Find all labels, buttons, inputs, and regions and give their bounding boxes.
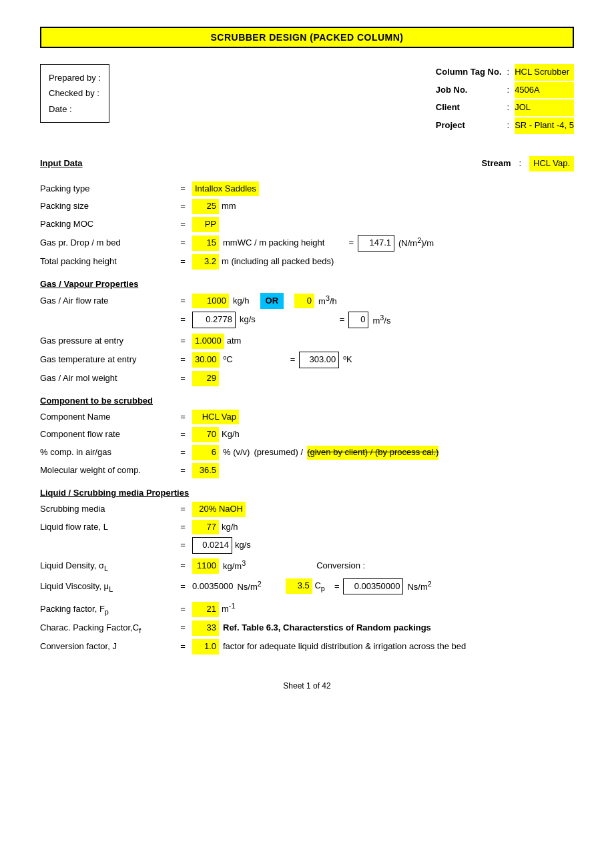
component-name-row: Component Name = HCL Vap [40, 410, 574, 425]
component-flow-row: Component flow rate = 70 Kg/h [40, 427, 574, 442]
header-section: Prepared by : Checked by : Date : Column… [40, 64, 574, 134]
colon-stream: : [519, 157, 521, 171]
eq-drop: = [348, 236, 354, 250]
gas-drop-value: 15 [192, 236, 219, 251]
liquid-viscosity-row: Liquid Viscosity, μL = 0.0035000 Ns/m2 3… [40, 578, 574, 595]
colon1: : [507, 64, 510, 81]
project-label: Project [436, 117, 502, 134]
packing-factor-value: 21 [192, 602, 219, 617]
eq3: = [174, 218, 192, 232]
eq20: = [174, 559, 192, 573]
gas-pressure-row: Gas pressure at entry = 1.0000 atm [40, 334, 574, 349]
eq24: = [174, 621, 192, 635]
packing-type-label: Packing type [40, 182, 174, 196]
mol-weight-comp-value: 36.5 [192, 463, 219, 478]
conversion-factor-note: factor for adequate liquid distribution … [223, 640, 466, 654]
gas-flow-rate-row2: = 0.2778 kg/s = 0 m3/s [40, 312, 574, 328]
packing-size-unit: mm [222, 199, 236, 213]
eq17: = [174, 502, 192, 516]
gas-mol-label: Gas / Air mol weight [40, 372, 174, 386]
percent-comp-unit: % (v/v) [223, 446, 250, 460]
packing-moc-label: Packing MOC [40, 218, 174, 232]
charac-note: Ref. Table 6.3, Characterstics of Random… [223, 621, 431, 635]
gas-flow-kgs-unit: kg/s [240, 313, 256, 327]
viscosity-result: 0.00350000 [343, 578, 403, 595]
eq1: = [174, 182, 192, 196]
total-packing-unit: m (including all packed beds) [222, 255, 334, 269]
gas-drop-label: Gas pr. Drop / m bed [40, 236, 174, 250]
liquid-flow-kgs-unit: kg/s [235, 538, 251, 552]
column-tag-value: HCL Scrubber [515, 64, 574, 81]
or-box: OR [260, 293, 284, 310]
charac-packing-label: Charac. Packing Factor,Cf [40, 621, 174, 636]
packing-size-value: 25 [192, 199, 219, 214]
footer: Sheet 1 of 42 [40, 681, 574, 691]
eq18: = [174, 520, 192, 534]
job-no-label: Job No. [436, 82, 502, 99]
component-title: Component to be scrubbed [40, 396, 574, 406]
gas-flow-unit1: kg/h [233, 294, 250, 308]
percent-comp-row: % comp. in air/gas = 6 % (v/v) (presumed… [40, 445, 574, 460]
viscosity-result-unit: Ns/m2 [407, 578, 431, 594]
page-title: SCRUBBER DESIGN (PACKED COLUMN) [40, 27, 574, 48]
eq10: = [174, 353, 192, 367]
percent-note1: (presumed) / [254, 446, 303, 460]
packing-moc-value: PP [192, 217, 219, 232]
packing-factor-unit: m-1 [222, 600, 235, 616]
liquid-density-label: Liquid Density, σL [40, 559, 174, 574]
component-flow-label: Component flow rate [40, 428, 174, 442]
gas-flow-m3s-unit: m3/s [372, 312, 390, 328]
eq8: = [340, 313, 345, 327]
header-right: Column Tag No. : HCL Scrubber Job No. : … [436, 64, 574, 134]
charac-value: 33 [192, 620, 219, 636]
stream-value: HCL Vap. [529, 156, 574, 171]
gas-temp-k: 303.00 [299, 352, 339, 368]
eq25: = [174, 640, 192, 654]
eq19: = [174, 538, 192, 552]
gas-drop-result: 147.1 [358, 235, 394, 252]
percent-comp-value: 6 [192, 445, 219, 460]
eq22: = [334, 580, 340, 594]
liquid-density-unit: kg/m3 [223, 558, 246, 574]
packing-type-value: Intallox Saddles [192, 181, 259, 197]
gas-temp-k-unit: ºK [343, 353, 352, 367]
liquid-flow-value: 77 [192, 520, 219, 535]
gas-pressure-value: 1.0000 [192, 334, 224, 349]
packing-factor-row: Packing factor, Fp = 21 m-1 [40, 600, 574, 618]
project-value: SR - Plant -4, 5 [515, 117, 574, 134]
conversion-factor-row: Conversion factor, J = 1.0 factor for ad… [40, 639, 574, 655]
eq5: = [174, 255, 192, 269]
packing-factor-label: Packing factor, Fp [40, 602, 174, 618]
scrubbing-media-label: Scrubbing media [40, 502, 174, 516]
gas-temp-label: Gas temperature at entry [40, 353, 174, 367]
scrubbing-media-row: Scrubbing media = 20% NaOH [40, 502, 574, 517]
prepared-by: Prepared by : [49, 70, 101, 85]
component-flow-value: 70 [192, 427, 219, 442]
gas-flow-m3s: 0 [348, 312, 368, 328]
eq7: = [174, 313, 192, 327]
liquid-flow-kgs: 0.0214 [192, 537, 232, 554]
colon3: : [507, 99, 510, 116]
eq9: = [174, 334, 192, 348]
eq4: = [174, 236, 192, 250]
gas-flow-rate-value1: 1000 [192, 294, 229, 309]
liquid-flow-row2: = 0.0214 kg/s [40, 537, 574, 554]
eq14: = [174, 428, 192, 442]
checked-by: Checked by : [49, 85, 101, 101]
viscosity-cp-unit: Cp [314, 580, 324, 590]
gas-drop-result-unit: (N/m2)/m [398, 235, 434, 251]
liquid-flow-label: Liquid flow rate, L [40, 520, 174, 534]
eq21: = [174, 580, 192, 594]
colon2: : [507, 82, 510, 99]
liquid-density-row: Liquid Density, σL = 1100 kg/m3 Conversi… [40, 558, 574, 574]
liquid-viscosity-label: Liquid Viscosity, μL [40, 580, 174, 595]
gas-drop-row: Gas pr. Drop / m bed = 15 mmWC / m packi… [40, 235, 574, 252]
client-label: Client [436, 99, 502, 116]
gas-drop-unit: mmWC / m packing height [223, 236, 324, 250]
eq2: = [174, 199, 192, 213]
liquid-density-value: 1100 [192, 558, 219, 574]
gas-flow-rate-value2: 0 [294, 294, 314, 309]
charac-packing-row: Charac. Packing Factor,Cf = 33 Ref. Tabl… [40, 620, 574, 636]
total-packing-value: 3.2 [192, 254, 219, 270]
eq13: = [174, 410, 192, 424]
